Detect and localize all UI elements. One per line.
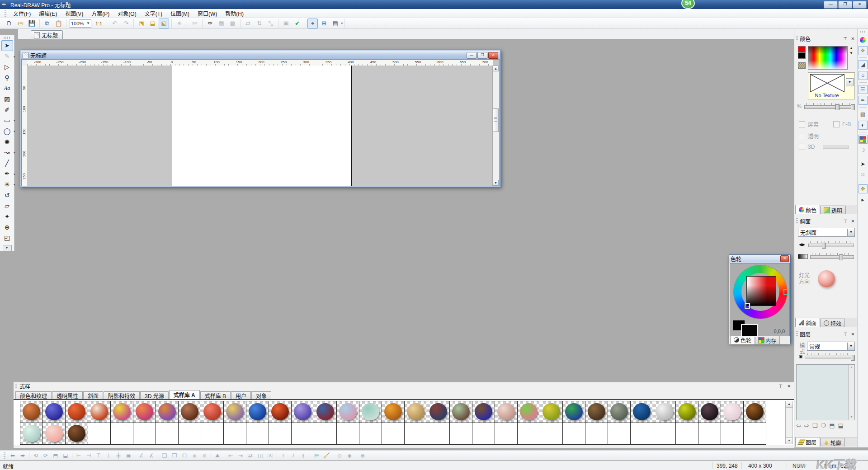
scrollbar-thumb[interactable] bbox=[493, 108, 499, 132]
contrast-panel-icon[interactable]: ◐ bbox=[859, 121, 868, 130]
document-window-titlebar[interactable]: 无标题 —❐✕ bbox=[21, 51, 500, 59]
style-swatch-r1-c22[interactable] bbox=[495, 401, 518, 423]
pattern-a-button[interactable]: ▦ bbox=[216, 19, 226, 28]
style-swatch-r1-c5[interactable] bbox=[111, 401, 133, 423]
style-swatch-r1-c21[interactable] bbox=[472, 401, 495, 423]
rectangle-tool-flyout[interactable]: ▾ bbox=[14, 119, 15, 122]
style-swatch-r1-c20[interactable] bbox=[450, 401, 472, 423]
perspective-tool[interactable]: ▱ bbox=[1, 201, 13, 212]
pattern-b-button[interactable]: ▩ bbox=[227, 19, 238, 28]
spark-tool[interactable]: ✳▾ bbox=[1, 179, 13, 190]
sweep-button[interactable]: 🧹 bbox=[322, 451, 331, 460]
style-swatch-r1-c27[interactable] bbox=[608, 401, 631, 423]
grid-options-button[interactable]: ▤ bbox=[330, 19, 340, 28]
space-v-button[interactable]: ⇥ bbox=[236, 451, 245, 460]
apply-check-button[interactable]: ✔ bbox=[292, 19, 302, 28]
style-swatch-r1-c18[interactable] bbox=[405, 401, 427, 423]
close-icon[interactable]: ✕ bbox=[850, 331, 856, 337]
empty-swatch-cell[interactable] bbox=[382, 423, 405, 445]
doc-minimize-button[interactable]: — bbox=[467, 52, 476, 59]
hatch-panel-icon[interactable]: ▨ bbox=[859, 110, 868, 119]
empty-swatch-cell[interactable] bbox=[337, 423, 359, 445]
empty-swatch-cell[interactable] bbox=[88, 423, 111, 445]
spark-tool-flyout[interactable]: ▾ bbox=[14, 183, 15, 187]
empty-swatch-cell[interactable] bbox=[540, 423, 563, 445]
style-tab-2[interactable]: 透明属性 bbox=[52, 391, 83, 399]
bevel-smooth-slider[interactable] bbox=[810, 253, 854, 259]
open-file-button[interactable]: 🗁 bbox=[15, 19, 26, 28]
space-h-button[interactable]: ⇤ bbox=[226, 451, 235, 460]
screen-checkbox[interactable] bbox=[799, 121, 805, 127]
3d-checkbox[interactable] bbox=[799, 144, 805, 150]
empty-swatch-cell[interactable] bbox=[744, 423, 766, 445]
combine-button[interactable]: ⫲ bbox=[299, 451, 308, 460]
image-tool[interactable]: ▨ bbox=[1, 94, 13, 104]
collapse-strip-icon[interactable]: ▸ bbox=[859, 195, 868, 204]
effects-panel-icon[interactable]: ○ bbox=[859, 71, 868, 80]
transform-icon[interactable]: ✥ bbox=[859, 184, 868, 193]
empty-swatch-cell[interactable] bbox=[246, 423, 269, 445]
style-swatch-r1-c10[interactable] bbox=[224, 401, 246, 423]
secondary-color-swatch[interactable] bbox=[798, 52, 806, 59]
snap-grid-button[interactable]: ⊞ bbox=[319, 19, 329, 28]
style-swatch-r2-c1[interactable] bbox=[20, 423, 43, 445]
skew-h-button[interactable]: ∠ bbox=[137, 451, 146, 460]
node-edit-tool[interactable]: ▷ bbox=[1, 61, 13, 72]
style-swatch-r1-c16[interactable] bbox=[359, 401, 382, 423]
transform-v-button[interactable]: ⇅ bbox=[254, 19, 264, 28]
transform-d-button[interactable]: ⤡ bbox=[265, 19, 276, 28]
zoom-tool[interactable]: ⚲ bbox=[1, 72, 13, 83]
bevel-panel-icon[interactable]: ◢ bbox=[859, 60, 868, 69]
style-swatch-r1-c4[interactable] bbox=[88, 401, 111, 423]
align-bottom-button[interactable]: ⊥ bbox=[104, 451, 113, 460]
crop-tool[interactable]: ◰ bbox=[1, 232, 13, 243]
doc-maximize-button[interactable]: ❐ bbox=[477, 52, 487, 59]
empty-swatch-cell[interactable] bbox=[631, 423, 653, 445]
light-direction-sphere[interactable] bbox=[818, 270, 835, 287]
layers-panel-icon[interactable]: ☰ bbox=[859, 85, 868, 94]
redo-button[interactable]: ↷ bbox=[121, 19, 131, 28]
empty-swatch-cell[interactable] bbox=[472, 423, 495, 445]
style-swatch-r1-c6[interactable] bbox=[133, 401, 156, 423]
align-right-button[interactable]: ⊣ bbox=[84, 451, 93, 460]
sv-selector[interactable] bbox=[745, 303, 750, 309]
fb-checkbox[interactable] bbox=[833, 121, 840, 127]
tab-transparency[interactable]: 透明 bbox=[820, 206, 846, 214]
empty-swatch-cell[interactable] bbox=[156, 423, 179, 445]
style-swatch-r2-c3[interactable] bbox=[66, 423, 88, 445]
toolbar-grip[interactable] bbox=[4, 452, 5, 459]
empty-swatch-cell[interactable] bbox=[450, 423, 472, 445]
style-swatch-r1-c3[interactable] bbox=[66, 401, 88, 423]
style-swatch-r1-c2[interactable] bbox=[43, 401, 66, 423]
empty-swatch-cell[interactable] bbox=[224, 423, 246, 445]
style-swatch-r2-c2[interactable] bbox=[43, 423, 66, 445]
style-swatch-r1-c9[interactable] bbox=[201, 401, 224, 423]
empty-swatch-cell[interactable] bbox=[133, 423, 156, 445]
curve-tool-flyout[interactable]: ▾ bbox=[14, 151, 15, 155]
pen-tool-flyout[interactable]: ▾ bbox=[14, 173, 15, 176]
to-back-button[interactable]: ❐ bbox=[170, 451, 179, 460]
zoom-level-dropdown[interactable]: 100%▼ bbox=[70, 19, 91, 28]
texture-dropdown-button[interactable]: ▼ bbox=[846, 78, 854, 86]
back-one-button[interactable]: ⧇ bbox=[190, 451, 199, 460]
mirror-button[interactable]: ⇄ bbox=[246, 451, 255, 460]
list-options-button[interactable]: ≣ bbox=[358, 451, 367, 460]
style-swatch-r1-c31[interactable] bbox=[698, 401, 721, 423]
actual-size-button[interactable]: 1:1 bbox=[95, 21, 102, 26]
style-tab-5[interactable]: 3D 光源 bbox=[140, 391, 169, 399]
color-spectrum-picker[interactable] bbox=[808, 46, 848, 70]
style-swatch-r1-c11[interactable] bbox=[246, 401, 269, 423]
style-swatch-r1-c32[interactable] bbox=[721, 401, 744, 423]
grid-options-dropdown[interactable]: ▾ bbox=[341, 21, 343, 25]
line-tool[interactable]: ╱ bbox=[1, 158, 13, 169]
style-tab-7[interactable]: 式样库 B bbox=[200, 391, 231, 399]
transform-h-button[interactable]: ⇄ bbox=[243, 19, 253, 28]
minimize-button[interactable]: — bbox=[824, 1, 838, 9]
styles-scrollbar[interactable]: ▲ ▼ bbox=[785, 401, 793, 444]
empty-swatch-cell[interactable] bbox=[563, 423, 585, 445]
to-back-button[interactable]: ❍ bbox=[821, 422, 826, 429]
layer-opacity-slider[interactable] bbox=[806, 353, 854, 360]
bevel-width-slider[interactable] bbox=[808, 241, 854, 248]
current-color-swatch[interactable] bbox=[741, 324, 758, 337]
tab-effects[interactable]: 特效 bbox=[820, 319, 845, 327]
